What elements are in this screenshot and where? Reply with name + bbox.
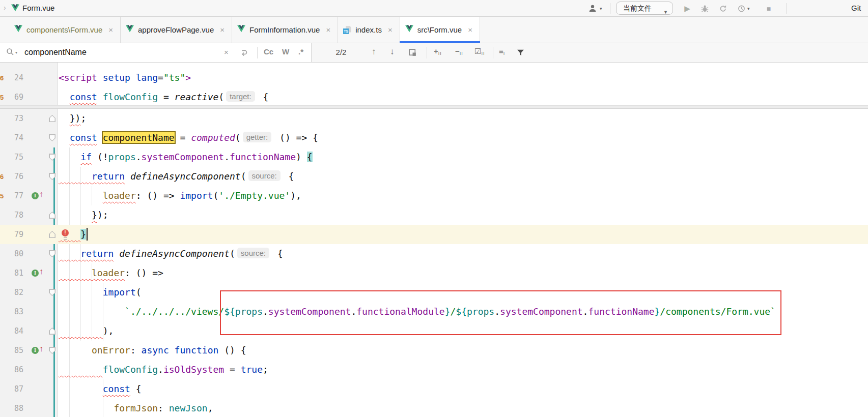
debug-button[interactable]: [699, 5, 710, 15]
code-line-87[interactable]: 87 const {: [0, 379, 868, 399]
fold-marker-down[interactable]: [49, 134, 55, 141]
fold-marker-up[interactable]: [49, 115, 55, 122]
code-line-80[interactable]: 80 return defineAsyncComponent(source: {: [0, 244, 868, 263]
code-token: =: [224, 364, 241, 375]
code-editor[interactable]: 73 });74 const componentName = computed(…: [0, 63, 868, 417]
code-line-77[interactable]: 77I↑ loader: () => import('./Empty.vue')…: [0, 186, 868, 205]
profiler-dropdown-arrow-icon[interactable]: ▾: [747, 6, 750, 11]
breadcrumb-file-name[interactable]: Form.vue: [22, 4, 54, 12]
tab-close-icon[interactable]: ×: [388, 25, 393, 34]
vue-file-icon: [11, 4, 19, 14]
fold-marker-down[interactable]: [49, 250, 55, 257]
code-text[interactable]: <script setup lang="ts">: [59, 68, 191, 87]
fold-marker-down[interactable]: [49, 347, 55, 354]
fold-marker-down[interactable]: [49, 289, 55, 296]
code-line-85[interactable]: 85I↑ onError: async function () {: [0, 341, 868, 360]
sticky-code-line-24[interactable]: 24<script setup lang="ts">: [0, 68, 868, 87]
tab-label: index.ts: [355, 25, 382, 34]
code-text[interactable]: const flowConfig = reactive(target: {: [59, 87, 268, 107]
match-case-toggle[interactable]: Cc: [264, 47, 273, 56]
tab-close-icon[interactable]: ×: [468, 25, 472, 34]
gutter-info-icon[interactable]: I: [32, 347, 39, 354]
next-occurrence-button[interactable]: ↓: [390, 47, 395, 57]
code-text[interactable]: import(: [59, 283, 142, 302]
git-widget[interactable]: Git: [851, 4, 861, 12]
previous-occurrence-button[interactable]: ↑: [372, 47, 376, 57]
user-account-icon[interactable]: [588, 4, 597, 15]
filter-lines-button[interactable]: ≡I: [499, 47, 505, 56]
select-all-occurrences-button[interactable]: [408, 48, 417, 59]
code-text[interactable]: ),: [59, 321, 114, 341]
parameter-hint-pill: target:: [226, 91, 255, 102]
code-line-86[interactable]: 86 flowConfig.isOldSystem = true;: [0, 360, 868, 379]
user-dropdown-arrow-icon[interactable]: ▾: [600, 6, 602, 11]
run-configuration-selector[interactable]: 当前文件 ▼: [616, 2, 673, 15]
minus-icon: −: [455, 47, 460, 55]
code-text[interactable]: if (!props.systemComponent.functionName)…: [59, 147, 313, 167]
fold-marker-down[interactable]: [49, 173, 55, 180]
filter-search-results-button[interactable]: [516, 48, 525, 58]
whole-words-toggle[interactable]: W: [282, 47, 289, 56]
search-divider: [427, 47, 427, 58]
line-number: 86: [0, 360, 23, 379]
add-occurrence-button[interactable]: +II: [434, 47, 442, 56]
code-line-88[interactable]: 88 formJson: newJson,: [0, 399, 868, 417]
search-options-arrow-icon[interactable]: ▾: [15, 50, 17, 55]
editor-tab-src-Form-vue[interactable]: src\Form.vue×: [400, 17, 480, 43]
tab-close-icon[interactable]: ×: [108, 25, 113, 34]
code-token: const: [70, 92, 97, 102]
code-token: =: [158, 72, 163, 83]
sticky-code-line-69[interactable]: 69 const flowConfig = reactive(target: {: [0, 87, 868, 107]
code-text[interactable]: });: [59, 205, 108, 225]
code-text[interactable]: return defineAsyncComponent(source: {: [59, 244, 283, 263]
remove-occurrence-button[interactable]: −II: [455, 47, 463, 56]
code-line-79[interactable]: 79! }: [0, 225, 868, 244]
code-line-73[interactable]: 73 });: [0, 109, 868, 128]
code-text[interactable]: }: [59, 225, 88, 244]
code-text[interactable]: onError: async function () {: [59, 341, 246, 360]
stop-button[interactable]: ■: [764, 4, 774, 14]
vue-file-icon: [237, 25, 245, 35]
find-bar: ▾ × Cc W .* 2/2 ↑ ↓ +II −II ☑II ≡I: [0, 43, 868, 63]
run-with-coverage-button[interactable]: [718, 5, 728, 15]
profiler-button[interactable]: [736, 5, 746, 15]
code-token: :: [130, 345, 142, 355]
run-button[interactable]: ▶: [682, 4, 692, 14]
fold-marker-up[interactable]: [49, 212, 55, 219]
code-text[interactable]: formJson: newJson,: [59, 399, 213, 417]
code-token: (: [136, 287, 142, 297]
code-text[interactable]: loader: () => import('./Empty.vue'),: [59, 186, 301, 205]
regex-toggle[interactable]: .*: [298, 47, 303, 56]
editor-tab-index-ts[interactable]: TSindex.ts×: [338, 17, 400, 43]
editor-tab-FormInformation-vue[interactable]: FormInformation.vue×: [232, 17, 338, 43]
code-line-74[interactable]: 74 const componentName = computed(getter…: [0, 128, 868, 147]
code-text[interactable]: loader: () =>: [59, 263, 163, 283]
code-line-75[interactable]: 75 if (!props.systemComponent.functionNa…: [0, 147, 868, 167]
tab-close-icon[interactable]: ×: [220, 25, 225, 34]
search-input[interactable]: [24, 46, 203, 59]
code-token: defineAsyncComponent: [119, 248, 230, 259]
search-icon[interactable]: [6, 48, 14, 58]
code-token: onError: [92, 345, 130, 355]
code-token: (: [235, 132, 241, 143]
editor-tab-components-Form-vue[interactable]: components\Form.vue×: [9, 17, 121, 43]
code-text[interactable]: flowConfig.isOldSystem = true;: [59, 360, 268, 379]
code-text[interactable]: return defineAsyncComponent(source: {: [59, 167, 294, 186]
code-text[interactable]: const componentName = computed(getter: (…: [59, 128, 318, 147]
fold-marker-up[interactable]: [49, 231, 55, 238]
gutter-info-icon[interactable]: I: [32, 270, 39, 277]
code-text[interactable]: });: [59, 109, 86, 128]
code-line-76[interactable]: 76 return defineAsyncComponent(source: {: [0, 167, 868, 186]
code-line-78[interactable]: 78 });: [0, 205, 868, 225]
newline-icon[interactable]: [240, 48, 248, 58]
code-text[interactable]: const {: [59, 379, 142, 399]
search-field[interactable]: ▾ × Cc W .*: [0, 43, 312, 62]
clear-search-icon[interactable]: ×: [224, 48, 229, 56]
editor-tab-approveFlowPage-vue[interactable]: approveFlowPage.vue×: [121, 17, 232, 43]
fold-marker-down[interactable]: [49, 154, 55, 161]
check-occurrences-button[interactable]: ☑II: [474, 47, 485, 56]
fold-marker-up[interactable]: [49, 327, 55, 335]
code-line-81[interactable]: 81I↑ loader: () =>: [0, 263, 868, 283]
gutter-info-icon[interactable]: I: [32, 192, 39, 199]
tab-close-icon[interactable]: ×: [326, 25, 330, 34]
